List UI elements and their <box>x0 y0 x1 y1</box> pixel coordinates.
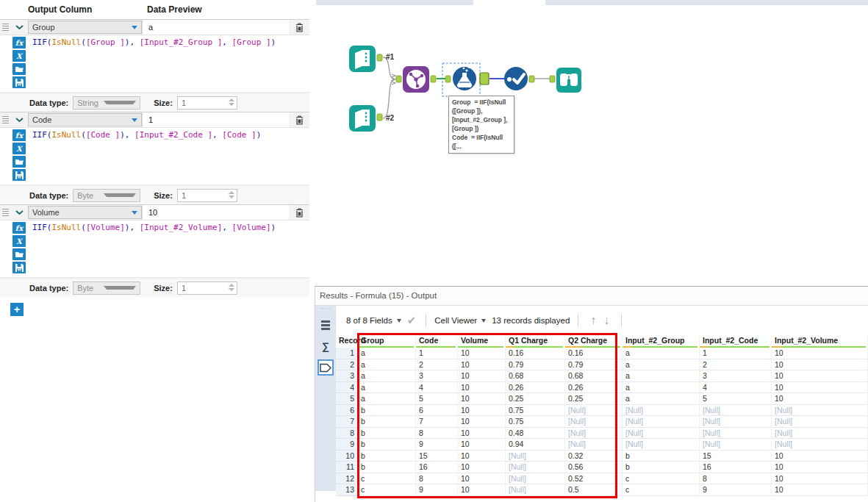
table-cell[interactable]: b <box>358 462 416 473</box>
record-number-cell[interactable]: 1 <box>336 348 358 359</box>
table-cell[interactable]: a <box>358 370 416 382</box>
output-anchor[interactable] <box>480 73 489 85</box>
table-cell[interactable]: c <box>358 484 416 496</box>
column-header[interactable]: Input_#2_Group <box>623 335 700 348</box>
save-expression-button[interactable] <box>12 76 26 88</box>
table-cell[interactable]: b <box>623 451 700 462</box>
table-cell[interactable]: 0.79 <box>506 359 565 371</box>
table-cell[interactable]: 0.32 <box>565 451 623 462</box>
table-cell[interactable]: [Null] <box>565 405 623 417</box>
table-cell[interactable]: c <box>623 473 700 485</box>
open-expression-button[interactable] <box>12 248 26 260</box>
table-cell[interactable]: 10 <box>772 393 868 405</box>
size-spinner[interactable] <box>229 98 234 106</box>
table-cell[interactable]: [Null] <box>623 416 700 428</box>
table-cell[interactable]: a <box>623 382 700 394</box>
table-cell[interactable]: a <box>623 370 700 382</box>
table-cell[interactable]: [Null] <box>700 428 772 440</box>
table-cell[interactable]: 10 <box>458 462 506 473</box>
column-header[interactable]: Record <box>336 335 358 348</box>
table-cell[interactable]: 0.56 <box>565 462 623 473</box>
expression-editor[interactable]: IIF(IsNull([Code ]), [Input_#2_Code ], [… <box>28 128 309 184</box>
table-cell[interactable]: a <box>358 359 416 371</box>
table-cell[interactable]: 0.5 <box>565 484 623 496</box>
input-anchor[interactable] <box>396 76 401 82</box>
output-anchor[interactable] <box>431 76 436 82</box>
drag-handle-icon[interactable] <box>0 209 10 216</box>
table-cell[interactable]: b <box>358 405 416 417</box>
table-cell[interactable]: 0.26 <box>506 382 565 394</box>
table-cell[interactable]: 9 <box>416 484 458 496</box>
data-type-select[interactable]: String <box>73 96 140 110</box>
table-cell[interactable]: 10 <box>458 370 506 382</box>
table-cell[interactable]: 10 <box>458 359 506 371</box>
table-cell[interactable]: 3 <box>416 370 458 382</box>
output-column-dropdown[interactable]: Volume <box>28 206 142 219</box>
table-cell[interactable]: 10 <box>458 382 506 394</box>
table-cell[interactable]: 0.68 <box>506 370 565 382</box>
save-expression-button[interactable] <box>12 169 26 181</box>
input-anchor[interactable] <box>550 76 555 82</box>
table-cell[interactable]: [Null] <box>565 428 623 440</box>
table-cell[interactable]: [Null] <box>506 473 565 485</box>
collapse-chevron-icon[interactable] <box>10 118 28 123</box>
record-number-cell[interactable]: 7 <box>336 416 358 428</box>
table-cell[interactable]: 0.16 <box>565 348 623 359</box>
collapse-chevron-icon[interactable] <box>10 25 28 30</box>
save-expression-button[interactable] <box>12 262 26 273</box>
table-cell[interactable]: 10 <box>458 484 506 496</box>
table-cell[interactable]: 10 <box>458 348 506 359</box>
table-cell[interactable]: 5 <box>416 393 458 405</box>
output-anchor[interactable] <box>377 54 382 61</box>
check-circle-tool[interactable] <box>504 67 534 90</box>
table-cell[interactable]: 0.75 <box>506 405 565 417</box>
table-cell[interactable]: 10 <box>772 382 868 394</box>
table-cell[interactable]: [Null] <box>565 439 623 451</box>
delete-expression-button[interactable] <box>289 115 309 126</box>
record-number-cell[interactable]: 3 <box>336 370 358 382</box>
workflow-canvas[interactable]: #1 #2 <box>309 0 868 286</box>
table-cell[interactable]: c <box>358 473 416 485</box>
table-cell[interactable]: [Null] <box>772 428 868 440</box>
size-input[interactable]: 1 <box>177 282 237 295</box>
record-number-cell[interactable]: 4 <box>336 382 358 394</box>
output-anchor[interactable] <box>377 114 382 121</box>
table-cell[interactable]: 10 <box>772 348 868 359</box>
table-cell[interactable]: 15 <box>700 451 772 462</box>
table-cell[interactable]: [Null] <box>623 405 700 417</box>
open-expression-button[interactable] <box>12 156 26 168</box>
table-cell[interactable]: 2 <box>416 359 458 371</box>
table-cell[interactable]: c <box>623 484 700 496</box>
record-number-cell[interactable]: 12 <box>336 473 358 485</box>
delete-expression-button[interactable] <box>289 207 309 218</box>
splitter-dots-icon[interactable]: ····· <box>320 306 332 312</box>
input-anchor[interactable] <box>445 76 451 82</box>
table-cell[interactable]: [Null] <box>565 416 623 428</box>
size-spinner[interactable] <box>229 284 234 291</box>
profile-view-button[interactable] <box>318 359 334 376</box>
table-cell[interactable]: b <box>358 428 416 440</box>
table-cell[interactable]: 0.25 <box>506 393 565 405</box>
table-cell[interactable]: 8 <box>700 473 772 485</box>
insert-variable-button[interactable]: X <box>12 143 26 154</box>
size-input[interactable]: 1 <box>177 96 237 110</box>
expression-editor[interactable]: IIF(IsNull([Group ]), [Input_#2_Group ],… <box>28 35 309 92</box>
expression-editor[interactable]: IIF(IsNull([Volume]), [Input_#2_Volume],… <box>28 220 309 277</box>
column-header[interactable]: Volume <box>458 335 506 348</box>
table-cell[interactable]: 9 <box>416 439 458 451</box>
table-cell[interactable]: a <box>358 348 416 359</box>
table-cell[interactable]: 6 <box>416 405 458 417</box>
table-cell[interactable]: 5 <box>700 393 772 405</box>
table-cell[interactable]: 1 <box>700 348 772 359</box>
table-cell[interactable]: 2 <box>700 359 772 371</box>
record-number-cell[interactable]: 9 <box>336 439 358 451</box>
column-header[interactable]: Input_#2_Code <box>700 335 772 348</box>
grid-view-button[interactable] <box>318 317 334 333</box>
formula-tool[interactable] <box>442 63 489 96</box>
table-cell[interactable]: 0.25 <box>565 393 623 405</box>
fields-dropdown[interactable]: 8 of 8 Fields <box>346 316 392 325</box>
table-cell[interactable]: 10 <box>772 451 868 462</box>
record-number-cell[interactable]: 2 <box>336 359 358 371</box>
table-cell[interactable]: 0.26 <box>565 382 623 394</box>
record-number-cell[interactable]: 5 <box>336 393 358 405</box>
